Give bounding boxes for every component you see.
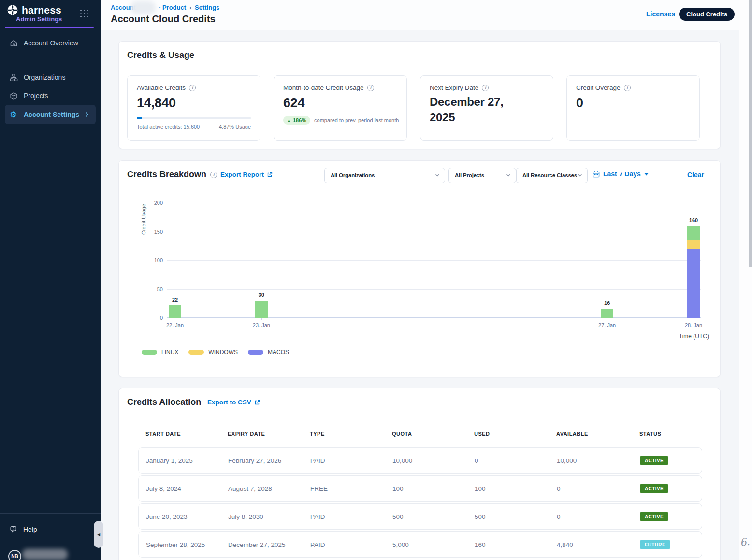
legend-item-macos[interactable]: MACOS xyxy=(248,349,289,356)
sidebar-item-label: Projects xyxy=(24,92,48,100)
bar-value-label: 16 xyxy=(604,300,610,306)
bar-segment-linux[interactable] xyxy=(169,305,181,318)
sidebar-item-label: Organizations xyxy=(24,73,65,81)
cell: 10,000 xyxy=(392,457,412,464)
cell: January 1, 2025 xyxy=(146,457,193,464)
bar-segment-windows[interactable] xyxy=(687,240,700,249)
status-badge: ACTIVE xyxy=(640,484,668,493)
cell: PAID xyxy=(310,513,325,520)
table-row[interactable]: January 1, 2025February 27, 2026PAID10,0… xyxy=(138,447,702,474)
bar-segment-linux[interactable] xyxy=(255,301,268,318)
sidebar-collapse-handle[interactable]: ◀ xyxy=(94,521,103,548)
info-icon[interactable]: i xyxy=(189,85,196,91)
breadcrumb-settings[interactable]: Settings xyxy=(195,4,219,11)
stats-row: Available Creditsi14,840Total active cre… xyxy=(127,75,700,141)
cell: 160 xyxy=(475,541,486,548)
cloud-credits-button[interactable]: Cloud Credits xyxy=(679,8,735,21)
total-active-credits: Total active credits: 15,600 xyxy=(137,124,200,129)
breadcrumb-separator-icon: › xyxy=(189,4,191,11)
legend-swatch xyxy=(248,350,263,355)
cell: August 7, 2028 xyxy=(228,485,272,492)
badge-note: compared to prev. period last month xyxy=(314,117,399,123)
table-row[interactable]: June 20, 2023July 8, 2030PAID5005000ACTI… xyxy=(138,503,702,530)
export-csv-link[interactable]: Export to CSV xyxy=(207,399,260,406)
stat-card-1: Month-to-date Credit Usagei624▲186%compa… xyxy=(274,75,407,141)
stat-label: Credit Overage xyxy=(576,84,621,91)
avatar[interactable]: NB xyxy=(8,550,21,560)
filter-select-all-resource-classes[interactable]: All Resource Classes xyxy=(516,168,588,183)
handwritten-annotation: 6. xyxy=(739,536,750,549)
info-icon[interactable]: i xyxy=(367,85,374,91)
table-row[interactable]: September 28, 2025December 27, 2025PAID5… xyxy=(138,531,702,558)
module-grid-icon[interactable] xyxy=(80,10,88,18)
page-title: Account Cloud Credits xyxy=(111,14,216,25)
sidebar-item-help[interactable]: Help xyxy=(10,525,37,533)
breadcrumb-product[interactable]: - Product xyxy=(159,4,186,11)
harness-logo[interactable]: harness xyxy=(7,4,61,16)
credits-allocation-card: Credits Allocation Export to CSV START D… xyxy=(118,388,721,560)
cell: FREE xyxy=(310,485,328,492)
info-icon[interactable]: i xyxy=(210,172,217,178)
y-axis-tick-label: 0 xyxy=(160,315,163,321)
help-label: Help xyxy=(23,526,37,533)
sidebar: harness Admin Settings Account OverviewO… xyxy=(0,0,101,560)
sidebar-item-organizations[interactable]: Organizations xyxy=(5,69,96,86)
external-link-icon xyxy=(267,172,273,178)
bar-segment-linux[interactable] xyxy=(601,309,613,318)
filter-select-all-projects[interactable]: All Projects xyxy=(448,168,516,183)
credits-usage-title: Credits & Usage xyxy=(127,50,194,60)
x-axis-line xyxy=(167,317,701,318)
legend-swatch xyxy=(188,350,204,355)
filter-select-all-organizations[interactable]: All Organizations xyxy=(324,168,445,183)
x-axis-tick-label: 28. Jan xyxy=(685,322,702,328)
stat-value: 14,840 xyxy=(137,96,251,111)
stat-card-2: Next Expiry DateiDecember 27, 2025 xyxy=(420,75,553,141)
stat-value: 624 xyxy=(283,96,397,111)
table-row[interactable]: July 8, 2024August 7, 2028FREE1001000ACT… xyxy=(138,475,702,502)
cell: 500 xyxy=(475,513,486,520)
scrollbar-thumb[interactable] xyxy=(749,0,752,267)
legend-item-linux[interactable]: LINUX xyxy=(142,349,178,356)
bar-segment-macos[interactable] xyxy=(687,249,700,318)
bar-segment-linux[interactable] xyxy=(687,226,700,240)
admin-settings-label: Admin Settings xyxy=(16,15,62,23)
info-icon[interactable]: i xyxy=(624,85,631,91)
chart-legend: LINUXWINDOWSMACOS xyxy=(142,349,289,356)
stat-card-3: Credit Overagei0 xyxy=(566,75,700,141)
cube-icon xyxy=(10,92,18,100)
chevron-right-icon xyxy=(84,112,90,117)
sidebar-item-projects[interactable]: Projects xyxy=(5,87,96,104)
chevron-down-icon xyxy=(578,173,582,178)
cell: 0 xyxy=(475,457,478,464)
licenses-link[interactable]: Licenses xyxy=(646,10,675,18)
cell: June 20, 2023 xyxy=(146,513,188,520)
x-axis-tick-label: 22. Jan xyxy=(166,322,184,328)
cell: July 8, 2024 xyxy=(146,485,181,492)
legend-item-windows[interactable]: WINDOWS xyxy=(188,349,238,356)
footer-divider xyxy=(0,513,101,514)
sidebar-item-account-settings[interactable]: ⚙Account Settings xyxy=(5,105,96,124)
status-badge: ACTIVE xyxy=(640,512,668,521)
cell: 10,000 xyxy=(557,457,577,464)
stat-label: Available Credits xyxy=(137,84,186,91)
column-header-available: AVAILABLE xyxy=(556,431,588,437)
credits-breakdown-title: Credits Breakdown xyxy=(127,170,206,180)
gridline xyxy=(167,232,701,232)
clear-filters-link[interactable]: Clear xyxy=(687,171,704,179)
gridline xyxy=(167,260,701,261)
usage-percent: 4.87% Usage xyxy=(219,124,251,129)
breadcrumb: Account - Product › Settings xyxy=(111,4,219,11)
sidebar-item-label: Account Settings xyxy=(24,111,79,118)
sidebar-item-account-overview[interactable]: Account Overview xyxy=(5,35,96,51)
column-header-quota: QUOTA xyxy=(392,431,412,437)
cell: 0 xyxy=(557,485,561,492)
date-range-picker[interactable]: Last 7 Days xyxy=(593,170,649,178)
y-axis-tick-label: 200 xyxy=(154,200,163,206)
stat-label: Month-to-date Credit Usage xyxy=(283,84,364,91)
export-report-link[interactable]: Export Report xyxy=(220,171,273,178)
info-icon[interactable]: i xyxy=(482,85,489,91)
x-axis-tick xyxy=(694,318,694,320)
x-axis-tick xyxy=(607,318,607,320)
y-axis-tick-label: 50 xyxy=(157,287,163,292)
cell: 4,840 xyxy=(557,541,573,548)
